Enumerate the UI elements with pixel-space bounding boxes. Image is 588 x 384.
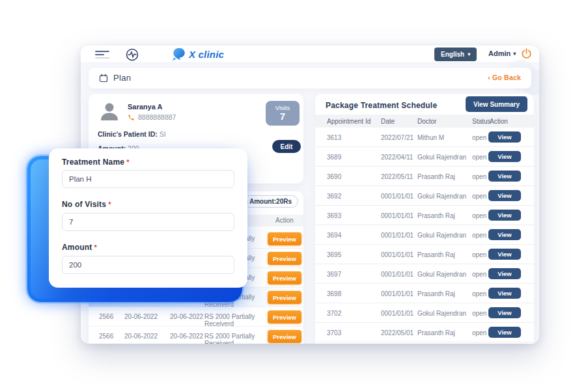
appointment-date: 2022/04/11 <box>381 154 413 161</box>
preview-button[interactable]: Preview <box>268 310 301 323</box>
view-button[interactable]: View <box>488 307 521 318</box>
schedule-row: 36902022/05/11Prasanth RajopenView <box>315 167 534 186</box>
appointment-status: open <box>472 212 486 219</box>
appointment-status: open <box>472 134 486 141</box>
receipt-no: 2566 <box>99 333 113 340</box>
brand-name: X clinic <box>189 49 224 60</box>
appointment-status: open <box>472 310 486 317</box>
view-button[interactable]: View <box>488 229 521 240</box>
preview-button[interactable]: Preview <box>268 232 301 245</box>
edit-button[interactable]: Edit <box>272 140 301 153</box>
doctor-name: Prasanth Raj <box>417 329 455 336</box>
page-header: Plan ‹Go Back <box>89 68 531 89</box>
doctor-name: Prasanth Raj <box>417 173 455 180</box>
chevron-down-icon: ▾ <box>468 51 470 57</box>
navbar: X clinic English▾ Admin▾ <box>81 46 539 63</box>
view-button[interactable]: View <box>488 249 521 260</box>
preview-button[interactable]: Preview <box>268 291 301 304</box>
patient-phone: 8888888887 <box>128 113 176 121</box>
doctor-name: Gokul Rajendran <box>417 193 466 200</box>
clinic-patient-id: Clinic's Patient ID: SI <box>98 130 166 138</box>
appointment-date: 0001/01/01 <box>381 212 413 219</box>
appointment-status: open <box>472 173 486 180</box>
appointment-id: 3697 <box>327 271 341 278</box>
appointment-date: 0001/01/01 <box>381 290 413 297</box>
no-of-visits-label: No of Visits* <box>62 200 111 209</box>
chevron-down-icon: ▾ <box>513 51 516 57</box>
preview-button[interactable]: Preview <box>268 271 301 284</box>
appointment-date: 2022/05/11 <box>381 173 413 180</box>
payment-date-2: 20-06-2022 <box>170 333 203 340</box>
appointment-id: 3690 <box>327 173 341 180</box>
power-icon <box>521 48 532 59</box>
schedule-row: 36940001/01/01Gokul RajendranopenView <box>315 225 534 245</box>
appointment-date: 0001/01/01 <box>381 310 413 317</box>
visits-badge: Visits 7 <box>266 101 300 126</box>
schedule-row: 36970001/01/01Gokul RajendranopenView <box>315 264 534 284</box>
doctor-name: Prasanth Raj <box>417 251 455 258</box>
appointment-status: open <box>472 290 486 297</box>
view-button[interactable]: View <box>488 327 521 338</box>
doctor-name: Gokul Rajendran <box>417 271 466 278</box>
hamburger-menu-icon[interactable] <box>95 51 109 61</box>
appointment-id: 3692 <box>327 193 341 200</box>
logout-power-button[interactable] <box>521 48 532 61</box>
avatar <box>98 99 121 125</box>
calendar-icon <box>99 74 108 83</box>
appointment-id: 3694 <box>327 232 341 239</box>
action-header: Action <box>490 118 508 125</box>
pulse-logo-icon <box>125 48 139 64</box>
appointment-id: 3702 <box>327 310 341 317</box>
language-dropdown[interactable]: English▾ <box>434 48 477 61</box>
payment-date: 20-06-2022 <box>124 333 158 340</box>
appointment-id: 3703 <box>327 329 341 336</box>
receipt-no: 2566 <box>99 313 113 320</box>
no-of-visits-input[interactable] <box>62 213 234 231</box>
page-title: Plan <box>113 73 131 83</box>
schedule-row: 36132022/07/21Mithun MopenView <box>315 128 534 147</box>
patient-name: Saranya A <box>128 103 162 111</box>
view-button[interactable]: View <box>488 210 521 221</box>
doctor-name: Gokul Rajendran <box>417 232 466 239</box>
schedule-card: Package Treatment Schedule View Summary … <box>315 94 534 344</box>
chevron-left-icon: ‹ <box>488 74 490 81</box>
appointment-id-header: Appointment Id <box>327 118 371 125</box>
admin-menu[interactable]: Admin▾ <box>488 49 516 57</box>
schedule-row: 37020001/01/01Gokul RajendranopenView <box>315 303 534 323</box>
appointment-status: open <box>472 329 486 336</box>
schedule-row: 36920001/01/01Gokul RajendranopenView <box>315 186 534 206</box>
payment-date-2: 20-06-2022 <box>170 313 203 320</box>
schedule-row: 36980001/01/01Prasanth RajopenView <box>315 284 534 303</box>
preview-button[interactable]: Preview <box>268 330 301 343</box>
appointment-id: 3698 <box>327 290 341 297</box>
schedule-row: 36950001/01/01Prasanth RajopenView <box>315 245 534 264</box>
go-back-link[interactable]: ‹Go Back <box>488 74 521 81</box>
appointment-date: 0001/01/01 <box>381 271 413 278</box>
brand-logo: X clinic <box>172 47 224 61</box>
doctor-name: Prasanth Raj <box>417 290 455 297</box>
appointment-id: 3693 <box>327 212 341 219</box>
doctor-name: Gokul Rajendran <box>417 310 466 317</box>
amount-label: Amount* <box>62 243 97 252</box>
appointment-date: 0001/01/01 <box>381 232 413 239</box>
amount-input[interactable] <box>62 256 234 274</box>
view-button[interactable]: View <box>488 131 521 143</box>
view-button[interactable]: View <box>488 190 521 201</box>
treatment-name-input[interactable] <box>62 170 234 188</box>
view-button[interactable]: View <box>488 288 521 299</box>
appointment-date: 0001/01/01 <box>381 251 413 258</box>
treatment-form-modal: Treatment Name* No of Visits* Amount* <box>49 148 247 288</box>
doctor-name: Prasanth Raj <box>417 212 455 219</box>
doctor-name: Mithun M <box>417 134 444 141</box>
payment-status: RS 2000 Partially Receiverd <box>204 333 267 344</box>
preview-button[interactable]: Preview <box>268 252 301 265</box>
view-button[interactable]: View <box>488 268 521 279</box>
status-header: Status <box>472 118 490 125</box>
view-summary-button[interactable]: View Summary <box>466 96 527 112</box>
payment-row: 256620-06-202220-06-2022RS 2000 Partiall… <box>89 327 303 344</box>
appointment-id: 3695 <box>327 251 341 258</box>
phone-icon <box>128 114 135 121</box>
view-button[interactable]: View <box>488 171 521 182</box>
doctor-name: Gokul Rajendran <box>417 154 466 161</box>
view-button[interactable]: View <box>488 151 521 162</box>
